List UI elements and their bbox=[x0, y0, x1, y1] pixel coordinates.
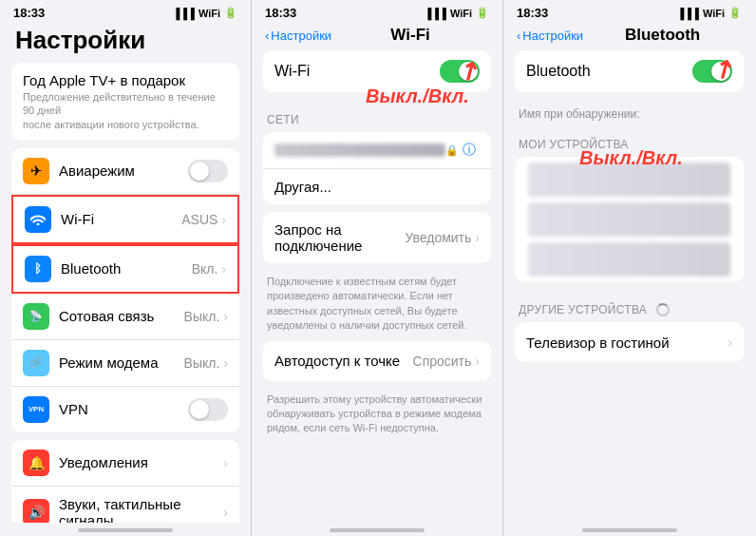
section-wifi-toggle: Wi-Fi bbox=[263, 50, 491, 92]
bluetooth-label: Bluetooth bbox=[61, 260, 192, 277]
section-wifi-networks: 🔒 ⓘ Другая... bbox=[263, 132, 491, 204]
home-indicator-2 bbox=[330, 528, 425, 532]
title-wifi: Wi-Fi bbox=[390, 26, 429, 45]
airplane-icon: ✈ bbox=[23, 158, 49, 184]
panel-settings: 18:33 ▐▐▐ WiFi 🔋 Настройки Год Apple TV+… bbox=[0, 0, 252, 536]
auto-join-chevron: › bbox=[475, 354, 480, 369]
auto-join-sub: Разрешить этому устройству автоматически… bbox=[252, 389, 502, 444]
home-indicator-3 bbox=[582, 528, 677, 532]
row-vpn[interactable]: VPN VPN bbox=[11, 387, 239, 432]
promo-title: Год Apple TV+ в подарок bbox=[23, 72, 228, 88]
row-bt-toggle[interactable]: Bluetooth bbox=[515, 50, 744, 92]
airplane-toggle[interactable] bbox=[188, 160, 228, 182]
connected-network-row[interactable]: 🔒 ⓘ bbox=[263, 132, 491, 169]
promo-section[interactable]: Год Apple TV+ в подарок Предложение дейс… bbox=[11, 63, 239, 141]
status-bar-3: 18:33 ▐▐▐ WiFi 🔋 bbox=[503, 0, 755, 22]
notifications-chevron: › bbox=[223, 455, 228, 470]
section-notifications: 🔔 Уведомления › 🔊 Звуки, тактильные сигн… bbox=[11, 440, 239, 523]
bt-main-toggle-thumb bbox=[711, 62, 730, 81]
my-device-2-blur bbox=[528, 202, 730, 237]
wifi-label: Wi-Fi bbox=[61, 211, 181, 227]
row-hotspot[interactable]: 🔗 Режим модема Выкл. › bbox=[11, 340, 239, 387]
row-cellular[interactable]: 📡 Сотовая связь Выкл. › bbox=[11, 294, 239, 340]
back-button-bluetooth[interactable]: ‹ Настройки bbox=[517, 29, 583, 43]
section-ask-join: Запрос на подключение Уведомить › bbox=[263, 212, 491, 263]
my-device-3-blur bbox=[528, 242, 730, 277]
cellular-label: Сотовая связь bbox=[59, 308, 184, 324]
wifi-main-toggle-thumb bbox=[459, 62, 478, 81]
row-notifications[interactable]: 🔔 Уведомления › bbox=[11, 440, 239, 487]
row-bluetooth[interactable]: ᛒ Bluetooth Вкл. › bbox=[11, 244, 239, 294]
airplane-toggle-thumb bbox=[190, 162, 209, 181]
hotspot-icon: 🔗 bbox=[23, 350, 49, 376]
battery-icon: 🔋 bbox=[224, 7, 237, 19]
bluetooth-value: Вкл. bbox=[192, 261, 218, 277]
row-airplane[interactable]: ✈ Авиарежим bbox=[11, 148, 239, 195]
row-wifi[interactable]: Wi-Fi ASUS › bbox=[11, 195, 239, 244]
my-device-1-blur bbox=[528, 163, 730, 197]
bt-scroll: Bluetooth Выкл./Вкл. ↗ Имя при обнаружен… bbox=[503, 50, 755, 523]
my-devices-label: МОИ УСТРОЙСТВА bbox=[503, 124, 755, 157]
wifi-status-icon-2: WiFi bbox=[450, 8, 472, 19]
status-bar-2: 18:33 ▐▐▐ WiFi 🔋 bbox=[252, 0, 502, 22]
hotspot-label: Режим модема bbox=[59, 354, 184, 371]
vpn-toggle[interactable] bbox=[188, 398, 228, 421]
other-devices-label: ДРУГИЕ УСТРОЙСТВА bbox=[519, 303, 647, 316]
discovery-label: Имя при обнаружении: bbox=[503, 100, 755, 124]
status-bar-1: 18:33 ▐▐▐ WiFi 🔋 bbox=[0, 0, 251, 22]
wifi-main-toggle[interactable] bbox=[440, 60, 480, 83]
row-auto-join[interactable]: Автодоступ к точке Спросить › bbox=[263, 341, 491, 381]
vpn-icon: VPN bbox=[23, 396, 49, 423]
bt-main-toggle[interactable] bbox=[692, 60, 732, 83]
row-tv-device[interactable]: Телевизор в гостиной › bbox=[515, 322, 744, 362]
ask-join-chevron: › bbox=[475, 230, 480, 245]
time-3: 18:33 bbox=[517, 6, 548, 20]
other-network-row[interactable]: Другая... bbox=[263, 169, 491, 204]
title-bluetooth: Bluetooth bbox=[625, 26, 700, 45]
notifications-label: Уведомления bbox=[59, 454, 223, 470]
ask-join-label: Запрос на подключение bbox=[274, 221, 405, 254]
section-auto-join: Автодоступ к точке Спросить › bbox=[263, 341, 491, 381]
tv-device-label: Телевизор в гостиной bbox=[526, 335, 728, 351]
bluetooth-icon: ᛒ bbox=[25, 256, 51, 282]
hotspot-value: Выкл. bbox=[184, 355, 220, 371]
back-label-bt: Настройки bbox=[522, 29, 583, 43]
wifi-status-icon-3: WiFi bbox=[703, 8, 725, 19]
status-icons-3: ▐▐▐ WiFi 🔋 bbox=[676, 7, 742, 19]
back-label-wifi: Настройки bbox=[271, 29, 331, 43]
other-devices-label-row: ДРУГИЕ УСТРОЙСТВА bbox=[503, 290, 755, 322]
status-icons-1: ▐▐▐ WiFi 🔋 bbox=[172, 7, 237, 19]
signal-icon-2: ▐▐▐ bbox=[424, 8, 445, 19]
page-title-settings: Настройки bbox=[0, 22, 251, 63]
time-1: 18:33 bbox=[13, 6, 45, 20]
sounds-chevron: › bbox=[223, 505, 228, 520]
row-sounds[interactable]: 🔊 Звуки, тактильные сигналы › bbox=[11, 487, 239, 523]
cellular-icon: 📡 bbox=[23, 303, 49, 330]
vpn-label: VPN bbox=[59, 401, 188, 417]
back-chevron-bt: ‹ bbox=[517, 29, 520, 43]
status-icons-2: ▐▐▐ WiFi 🔋 bbox=[424, 7, 489, 19]
section-connectivity: ✈ Авиарежим Wi-Fi ASUS › ᛒ Bluetooth Вкл… bbox=[11, 148, 239, 432]
auto-join-label: Автодоступ к точке bbox=[274, 353, 413, 369]
bluetooth-chevron: › bbox=[221, 261, 226, 277]
wifi-toggle-label: Wi-Fi bbox=[274, 63, 440, 80]
other-network-label: Другая... bbox=[274, 179, 480, 195]
row-wifi-toggle[interactable]: Wi-Fi bbox=[263, 50, 491, 92]
airplane-label: Авиарежим bbox=[59, 163, 188, 179]
scanning-spinner bbox=[656, 303, 670, 316]
cellular-chevron: › bbox=[223, 309, 228, 324]
back-button-wifi[interactable]: ‹ Настройки bbox=[265, 29, 331, 43]
nav-bar-bluetooth: ‹ Настройки Bluetooth bbox=[503, 22, 755, 50]
wifi-icon bbox=[25, 206, 51, 233]
row-ask-join[interactable]: Запрос на подключение Уведомить › bbox=[263, 212, 491, 263]
section-bt-toggle: Bluetooth bbox=[515, 50, 744, 92]
section-other-devices: Телевизор в гостиной › bbox=[515, 322, 744, 362]
wifi-status-icon: WiFi bbox=[198, 8, 220, 19]
notifications-icon: 🔔 bbox=[23, 450, 49, 476]
lock-icon: 🔒 bbox=[445, 144, 459, 157]
wifi-chevron: › bbox=[221, 212, 226, 227]
nav-bar-wifi: ‹ Настройки Wi-Fi bbox=[252, 22, 502, 50]
sounds-label: Звуки, тактильные сигналы bbox=[59, 496, 223, 523]
ask-join-sub: Подключение к известным сетям будет прои… bbox=[252, 271, 502, 341]
panel-wifi: 18:33 ▐▐▐ WiFi 🔋 ‹ Настройки Wi-Fi Wi-Fi… bbox=[252, 0, 503, 536]
